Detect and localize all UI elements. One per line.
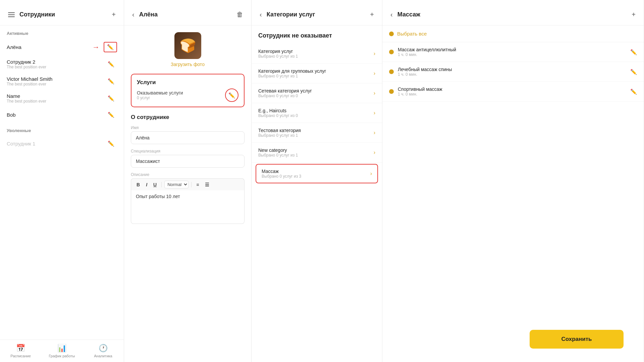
spec-input[interactable] — [131, 155, 245, 168]
victor-role: The best position ever — [7, 82, 52, 86]
category-item-4[interactable]: Тестовая категория Выбрано 0 услуг из 1 … — [252, 123, 382, 143]
staff-panel-header: Сотрудники + — [0, 0, 124, 25]
services-box: Услуги Оказываемые услуги 0 услуг ✏️ — [131, 74, 245, 107]
sotrudnik2-info: Сотрудник 2 The best position ever — [7, 59, 46, 69]
massage-duration-2: 1 ч. 0 мин. — [398, 92, 442, 97]
avatar: 🍞 — [174, 32, 201, 59]
panel-categories: ‹ Категории услуг + Сотрудник не оказыва… — [252, 0, 382, 362]
panel-alena: ‹ Алёна 🗑 🍞 Загрузить фото Услуги Оказыв… — [124, 0, 252, 362]
save-btn-container: Сохранить — [530, 330, 624, 349]
hamburger-menu[interactable] — [7, 11, 16, 18]
chevron-4: › — [374, 130, 375, 136]
services-info: Оказываемые услуги 0 услуг — [137, 90, 183, 100]
select-all-label[interactable]: Выбрать все — [397, 31, 427, 37]
cat-name-1: Категория для групповых услуг — [258, 68, 326, 74]
staff-header-left: Сотрудники — [7, 11, 55, 18]
massage-dot-2 — [389, 89, 394, 94]
services-box-title: Услуги — [137, 79, 238, 86]
category-item-0[interactable]: Категория услуг Выбрано 0 услуг из 1 › — [252, 44, 382, 64]
staff-item-sotrudnik2[interactable]: Сотрудник 2 The best position ever ✏️ — [0, 56, 124, 73]
fired-section-label: Уволенные — [0, 123, 124, 136]
staff-item-fired1[interactable]: Сотрудник 1 ✏️ — [0, 136, 124, 152]
panel-staff: Сотрудники + Активные Алёна → ✏️ Сотрудн… — [0, 0, 124, 362]
italic-button[interactable]: I — [144, 181, 149, 188]
staff-list-scroll: Активные Алёна → ✏️ Сотрудник 2 The best… — [0, 25, 124, 362]
alena-panel-title: Алёна — [139, 11, 158, 18]
services-count: 0 услуг — [137, 96, 183, 100]
staff-item-alena[interactable]: Алёна → ✏️ — [0, 39, 124, 56]
category-item-massage[interactable]: Массаж Выбрано 0 услуг из 3 › — [256, 164, 378, 183]
upload-photo-button[interactable]: Загрузить фото — [171, 62, 205, 67]
add-massage-button[interactable]: + — [630, 9, 637, 20]
chevron-0: › — [374, 51, 375, 57]
massage-panel-header: ‹ Массаж + — [382, 0, 644, 25]
category-item-5[interactable]: New category Выбрано 0 услуг из 1 › — [252, 143, 382, 163]
cat-info-5: New category Выбрано 0 услуг из 1 — [258, 147, 298, 158]
fired1-info: Сотрудник 1 — [7, 141, 35, 146]
underline-button[interactable]: U — [151, 181, 159, 188]
cat-info-1: Категория для групповых услуг Выбрано 0 … — [258, 68, 326, 78]
cat-info-3: E.g., Haircuts Выбрано 0 услуг из 0 — [258, 108, 298, 118]
alena-edit-button[interactable]: ✏️ — [104, 42, 117, 52]
add-staff-button[interactable]: + — [110, 9, 117, 20]
unordered-list-button[interactable]: ☰ — [203, 181, 211, 188]
nav-schedule[interactable]: 📅 Расписание — [0, 344, 41, 358]
staff-item-name[interactable]: Name The best position ever ✏️ — [0, 90, 124, 107]
avatar-section: 🍞 Загрузить фото — [124, 25, 251, 70]
cat-sub-2: Выбрано 0 услуг из 0 — [258, 94, 312, 98]
staff-panel-title: Сотрудники — [19, 11, 55, 18]
sotrudnik2-edit-button[interactable]: ✏️ — [105, 60, 117, 69]
ordered-list-button[interactable]: ≡ — [194, 181, 201, 188]
massage-edit-1[interactable]: ✏️ — [630, 69, 637, 75]
massage-info-2: Спортивный массаж 1 ч. 0 мин. — [398, 86, 442, 97]
cat-sub-3: Выбрано 0 услуг из 0 — [258, 113, 298, 118]
cat-sub-5: Выбрано 0 услуг из 1 — [258, 153, 298, 158]
massage-name-2: Спортивный массаж — [398, 86, 442, 92]
staff-item-bob[interactable]: Bob ✏️ — [0, 107, 124, 123]
massage-header-left: ‹ Массаж — [389, 9, 420, 20]
categories-panel-title: Категории услуг — [267, 11, 315, 18]
select-all-row[interactable]: Выбрать все — [382, 25, 644, 42]
alena-back-button[interactable]: ‹ — [131, 9, 136, 20]
services-edit-button[interactable]: ✏️ — [225, 88, 238, 102]
category-item-3[interactable]: E.g., Haircuts Выбрано 0 услуг из 0 › — [252, 103, 382, 123]
massage-name-1: Лечебный массаж спины — [398, 67, 452, 72]
add-category-button[interactable]: + — [369, 9, 375, 20]
massage-edit-0[interactable]: ✏️ — [630, 49, 637, 55]
massage-edit-2[interactable]: ✏️ — [630, 88, 637, 95]
active-section-label: Активные — [0, 25, 124, 39]
name-input[interactable] — [131, 131, 245, 144]
victor-name: Victor Michael Smith — [7, 76, 52, 82]
desc-toolbar: B I U Normal ≡ ☰ — [131, 178, 245, 190]
name-name: Name — [7, 93, 46, 99]
categories-back-button[interactable]: ‹ — [258, 9, 263, 20]
bob-edit-button[interactable]: ✏️ — [105, 110, 117, 119]
normal-select[interactable]: Normal — [164, 181, 189, 188]
toolbar-divider2 — [191, 182, 192, 187]
victor-edit-button[interactable]: ✏️ — [105, 77, 117, 86]
bob-info: Bob — [7, 112, 16, 118]
work-schedule-icon: 📊 — [57, 344, 66, 353]
save-button[interactable]: Сохранить — [530, 330, 624, 349]
alena-delete-button[interactable]: 🗑 — [235, 9, 245, 20]
schedule-label: Расписание — [10, 354, 31, 358]
cat-name-3: E.g., Haircuts — [258, 108, 298, 113]
bold-button[interactable]: B — [135, 181, 142, 188]
massage-panel-title: Массаж — [397, 11, 420, 18]
name-edit-button[interactable]: ✏️ — [105, 94, 117, 103]
massage-services-list: Массаж антицеллюлитный 1 ч. 0 мин. ✏️ Ле… — [382, 42, 644, 102]
desc-textarea[interactable]: Опыт работы 10 лет — [131, 190, 245, 224]
massage-back-button[interactable]: ‹ — [389, 9, 394, 20]
staff-item-victor[interactable]: Victor Michael Smith The best position e… — [0, 73, 124, 90]
about-section: О сотруднике Имя Специализация Описание … — [124, 111, 251, 232]
nav-work-schedule[interactable]: 📊 График работы — [41, 344, 83, 358]
nav-analytics[interactable]: 🕐 Аналитика — [83, 344, 124, 358]
massage-item-1: Лечебный массаж спины 1 ч. 0 мин. ✏️ — [382, 62, 644, 82]
category-item-2[interactable]: Сетевая категория услуг Выбрано 0 услуг … — [252, 83, 382, 103]
category-item-1[interactable]: Категория для групповых услуг Выбрано 0 … — [252, 64, 382, 83]
categories-panel-header: ‹ Категории услуг + — [252, 0, 382, 25]
sotrudnik2-role: The best position ever — [7, 65, 46, 69]
chevron-3: › — [374, 110, 375, 116]
fired1-edit-button[interactable]: ✏️ — [105, 139, 117, 148]
cat-info-2: Сетевая категория услуг Выбрано 0 услуг … — [258, 88, 312, 98]
